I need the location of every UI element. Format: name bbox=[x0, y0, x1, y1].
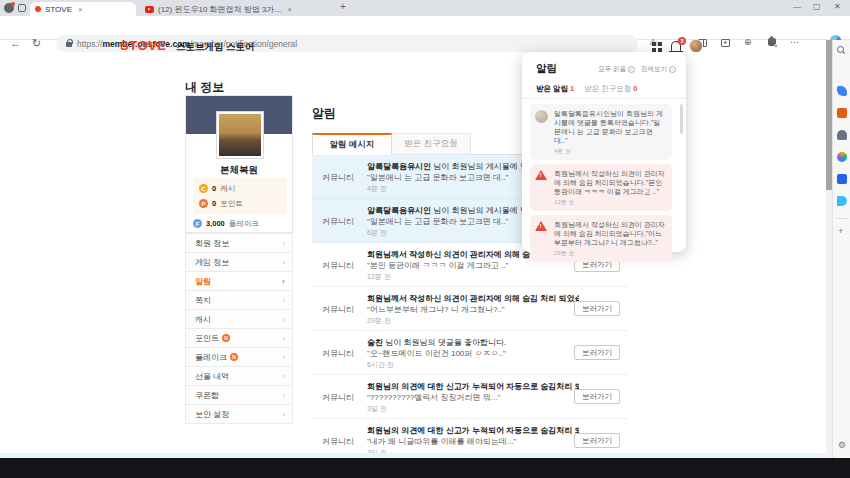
people-icon[interactable] bbox=[837, 130, 847, 140]
chevron-right-icon: › bbox=[282, 391, 285, 400]
drop-icon[interactable] bbox=[837, 196, 847, 206]
section-title: 알림 bbox=[312, 105, 336, 122]
sidebar-item-notifications[interactable]: 알림› bbox=[186, 272, 292, 291]
discover-icon[interactable] bbox=[837, 86, 847, 96]
mark-all-read-button[interactable]: 모두 읽음✓ bbox=[598, 65, 635, 74]
flake-icon: F bbox=[193, 219, 202, 228]
tab-alert-messages[interactable]: 알림 메시지 bbox=[312, 133, 392, 155]
profile-avatar-image[interactable] bbox=[217, 112, 263, 158]
warning-icon bbox=[535, 170, 547, 180]
shopping-icon[interactable] bbox=[837, 108, 847, 118]
nav-store[interactable]: 스토어 bbox=[226, 41, 255, 54]
lock-icon bbox=[66, 42, 72, 47]
sender-avatar bbox=[535, 110, 548, 123]
tab-friend-requests[interactable]: 받은 친구요청 bbox=[391, 133, 471, 155]
chevron-right-icon: › bbox=[282, 258, 285, 267]
sidebar-item-game-info[interactable]: 게임 정보› bbox=[186, 253, 292, 272]
sidebar-item-cash[interactable]: 캐시› bbox=[186, 310, 292, 329]
browser-tab-stove[interactable]: STOVE × bbox=[30, 2, 136, 16]
sidebar-menu: 회원 정보› 게임 정보› 알림› 쪽지› 캐시› 포인트N› 플레이크N› 선… bbox=[185, 233, 293, 424]
panel-notification-item[interactable]: 알록달록음유시인님이 회원님의 게시물에 댓글을 등록하였습니다."일본애니 는… bbox=[530, 104, 672, 160]
view-button[interactable]: 보러가기 bbox=[574, 345, 620, 360]
chevron-right-icon: › bbox=[282, 410, 285, 419]
chevron-right-icon: › bbox=[282, 296, 285, 305]
notification-row[interactable]: 커뮤니티 회원님께서 작성하신 의견이 관리자에 의해 숨김 처리 되었습니다.… bbox=[312, 287, 628, 331]
extension-badge bbox=[774, 44, 778, 48]
back-icon[interactable]: ← bbox=[10, 37, 21, 49]
panel-divider bbox=[522, 98, 686, 99]
browser-profile-icon[interactable] bbox=[4, 3, 14, 13]
image-creator-icon[interactable] bbox=[837, 174, 847, 184]
warning-icon bbox=[535, 221, 547, 231]
new-badge: N bbox=[222, 334, 230, 342]
chevron-right-icon: › bbox=[282, 353, 285, 362]
notification-badge: 3 bbox=[678, 37, 686, 45]
maximize-icon[interactable]: ▢ bbox=[813, 2, 821, 11]
notification-row[interactable]: 커뮤니티 술친 님이 회원님의 댓글을 좋아합니다. "오~핸드메이드 이런건 … bbox=[312, 331, 628, 375]
view-button[interactable]: 보러가기 bbox=[574, 389, 620, 404]
browser-tab-strip: STOVE × (12) 윈도우10 화면캡쳐 방법 3가... × + — ▢… bbox=[0, 0, 850, 16]
sidebar-item-gift-history[interactable]: 선물 내역› bbox=[186, 367, 292, 386]
extensions-icon[interactable] bbox=[768, 38, 776, 46]
tab-actions-icon[interactable] bbox=[18, 4, 26, 12]
sidebar-item-security[interactable]: 보안 설정› bbox=[186, 405, 292, 424]
sidebar-item-coupons[interactable]: 쿠폰함› bbox=[186, 386, 292, 405]
tab-title: (12) 윈도우10 화면캡쳐 방법 3가... bbox=[158, 4, 281, 15]
apps-grid-icon[interactable] bbox=[652, 42, 662, 52]
sidebar-item-member-info[interactable]: 회원 정보› bbox=[186, 234, 292, 253]
panel-title: 알림 bbox=[536, 62, 557, 76]
youtube-favicon bbox=[145, 6, 154, 13]
browser-tab-youtube[interactable]: (12) 윈도우10 화면캡쳐 방법 3가... × bbox=[140, 2, 332, 16]
screen: STOVE × (12) 윈도우10 화면캡쳐 방법 3가... × + — ▢… bbox=[0, 0, 850, 478]
user-avatar[interactable] bbox=[689, 39, 703, 53]
windows-taskbar: 찾기 e 20°C 구름 조금 ^ 한 ⊗ 오후 11:17 2024-05-2… bbox=[0, 458, 850, 478]
sidebar-divider bbox=[836, 218, 848, 219]
panel-scrollbar[interactable] bbox=[680, 104, 683, 244]
chevron-right-icon: › bbox=[282, 277, 285, 286]
minimize-icon[interactable]: — bbox=[793, 2, 801, 11]
collections-icon[interactable] bbox=[721, 39, 730, 47]
chevron-right-icon: › bbox=[282, 239, 285, 248]
browser-essentials-icon[interactable]: ⊕ bbox=[744, 37, 752, 47]
new-badge: N bbox=[230, 353, 238, 361]
sidebar-item-points[interactable]: 포인트N› bbox=[186, 329, 292, 348]
view-all-link[interactable]: 전체보기› bbox=[641, 65, 676, 74]
panel-tab-received-alerts[interactable]: 받은 알림1 bbox=[536, 84, 574, 94]
profile-nickname: 본체복원 bbox=[186, 164, 292, 177]
wallet-cash-row[interactable]: C 0 캐시 bbox=[199, 181, 281, 196]
stove-favicon bbox=[35, 6, 41, 12]
close-tab-icon[interactable]: × bbox=[78, 5, 83, 14]
stove-logo[interactable]: STOVE bbox=[120, 38, 166, 53]
close-tab-icon[interactable]: × bbox=[287, 5, 292, 14]
games-icon[interactable] bbox=[837, 152, 847, 162]
profile-card: 본체복원 C 0 캐시 P 0 포인트 F 3,000 플레이크 bbox=[185, 95, 293, 233]
page-title: 내 정보 bbox=[185, 79, 224, 96]
nav-stove-game[interactable]: 스토브게임 bbox=[176, 41, 224, 54]
wallet-flake-row[interactable]: F 3,000 플레이크 bbox=[193, 216, 287, 231]
chevron-right-icon: › bbox=[282, 334, 285, 343]
arrow-circle-icon: › bbox=[669, 66, 676, 73]
sidebar-search-icon-handle bbox=[842, 51, 845, 54]
notification-dropdown-panel: 알림 모두 읽음✓ 전체보기› 받은 알림1 받은 친구요청0 알록달록음유시인… bbox=[522, 52, 686, 252]
more-menu-icon[interactable]: ⋯ bbox=[790, 37, 799, 47]
panel-scrollbar-thumb[interactable] bbox=[680, 104, 683, 134]
point-icon: P bbox=[199, 199, 208, 208]
wallet-point-row[interactable]: P 0 포인트 bbox=[199, 196, 281, 211]
add-sidebar-icon[interactable]: + bbox=[838, 226, 843, 236]
close-window-icon[interactable]: ✕ bbox=[834, 2, 841, 11]
sidebar-item-flake[interactable]: 플레이크N› bbox=[186, 348, 292, 367]
new-tab-icon[interactable]: + bbox=[340, 1, 346, 12]
chevron-right-icon: › bbox=[282, 315, 285, 324]
settings-gear-icon[interactable]: ⚙ bbox=[838, 440, 846, 450]
browser-address-bar: ← ↻ https://member.onstove.com/member/no… bbox=[0, 16, 850, 40]
panel-notification-item[interactable]: 회원님께서 작성하신 의견이 관리자에 의해 숨김 처리되었습니다."어느 부분… bbox=[530, 215, 672, 262]
sidebar-item-messages[interactable]: 쪽지› bbox=[186, 291, 292, 310]
notification-row[interactable]: 커뮤니티 회원님의 의견에 대한 신고가 누적되어 자동으로 숨김처리 되었습니… bbox=[312, 375, 628, 419]
view-button[interactable]: 보러가기 bbox=[574, 301, 620, 316]
panel-notification-item[interactable]: 회원님께서 작성하신 의견이 관리자에 의해 숨김 처리되었습니다."본인 등판… bbox=[530, 164, 672, 211]
tab-title: STOVE bbox=[45, 5, 72, 14]
chevron-right-icon: › bbox=[282, 372, 285, 381]
view-button[interactable]: 보러가기 bbox=[574, 433, 620, 448]
panel-tab-friend-requests[interactable]: 받은 친구요청0 bbox=[584, 84, 637, 94]
refresh-icon[interactable]: ↻ bbox=[32, 37, 41, 50]
